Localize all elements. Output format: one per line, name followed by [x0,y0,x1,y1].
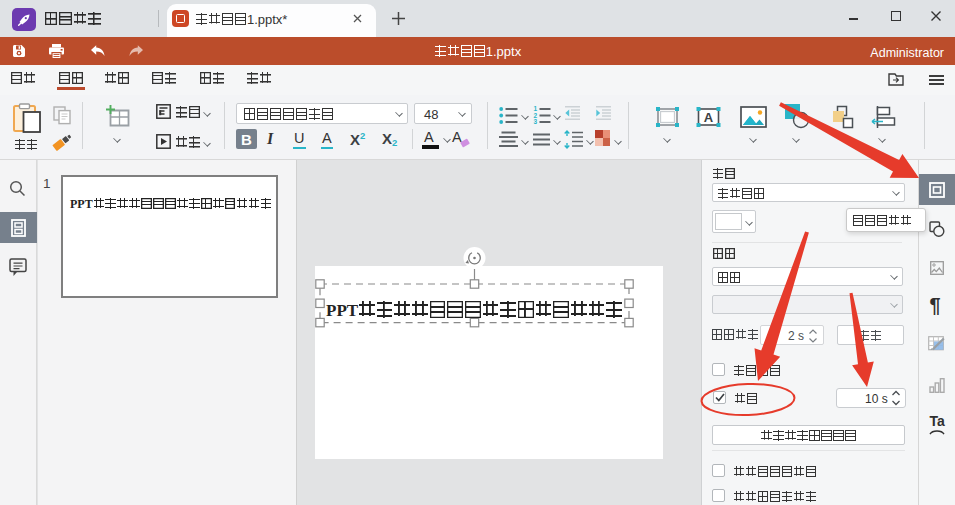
svg-text:3: 3 [533,118,537,125]
svg-text:A: A [704,110,714,125]
